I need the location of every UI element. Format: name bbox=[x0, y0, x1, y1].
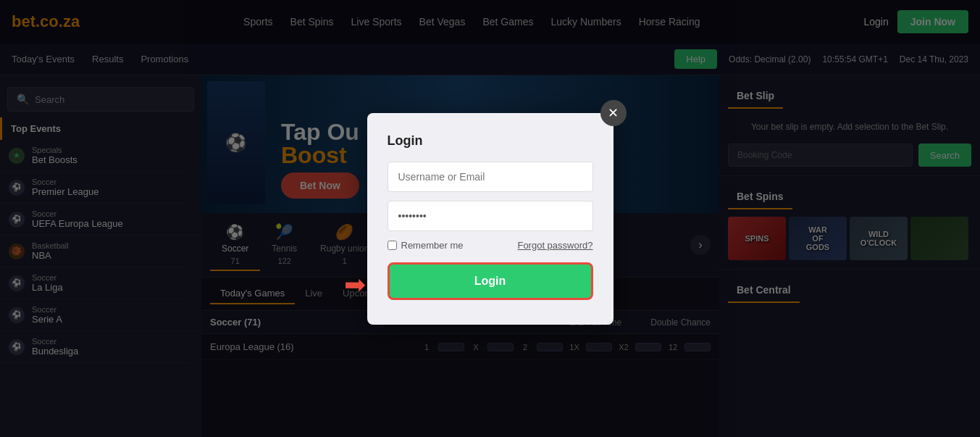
remember-me-label[interactable]: Remember me bbox=[388, 240, 464, 251]
modal-title: Login bbox=[388, 133, 593, 149]
login-submit-button[interactable]: Login bbox=[388, 262, 593, 300]
login-btn-wrapper: ➡ Login bbox=[388, 262, 593, 307]
password-input[interactable] bbox=[388, 201, 593, 231]
modal-overlay[interactable]: ✕ Login Remember me Forgot password? ➡ L… bbox=[0, 0, 980, 437]
modal-close-button[interactable]: ✕ bbox=[600, 100, 627, 126]
remember-me-checkbox[interactable] bbox=[388, 241, 397, 250]
username-input[interactable] bbox=[388, 162, 593, 192]
forgot-password-link[interactable]: Forgot password? bbox=[517, 240, 592, 251]
modal-remember-row: Remember me Forgot password? bbox=[388, 240, 593, 251]
login-modal: ✕ Login Remember me Forgot password? ➡ L… bbox=[367, 113, 613, 325]
arrow-indicator: ➡ bbox=[344, 270, 366, 300]
